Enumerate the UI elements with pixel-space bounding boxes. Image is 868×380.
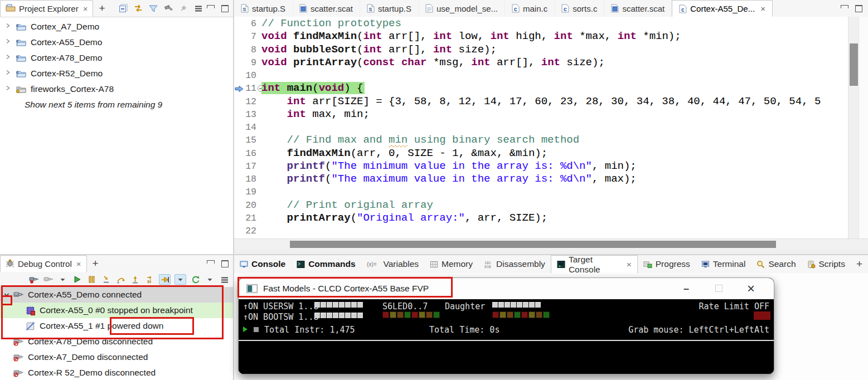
chevron-right-icon[interactable] <box>4 37 12 47</box>
search-icon <box>757 260 765 269</box>
code-line-22 <box>261 225 868 237</box>
close-icon[interactable]: × <box>83 4 88 13</box>
code-line-20: // Print original array <box>261 199 868 212</box>
svg-text:(x)=: (x)= <box>367 261 377 267</box>
debug-target-row[interactable]: Cortex-R 52_Demo disconnected <box>0 365 233 380</box>
chevron-right-icon[interactable] <box>4 53 12 63</box>
expander-down-icon[interactable] <box>3 291 10 298</box>
debug-target-row[interactable]: Cortex-A78_Demo disconnected <box>0 334 233 349</box>
maximize-view-icon[interactable] <box>221 260 229 267</box>
project-tree-item[interactable]: cCortex-A55_Demo <box>0 35 233 50</box>
debug-target-row[interactable]: Cortex-A55_1 #1 powered down <box>0 318 233 334</box>
svg-text:010: 010 <box>484 265 491 269</box>
code-line-14 <box>261 121 868 134</box>
line-number: 12 <box>234 95 256 108</box>
editor-vertical-scrollbar[interactable] <box>848 17 859 238</box>
daughter-switches[interactable] <box>492 302 541 308</box>
console-tab-search[interactable]: Search <box>751 255 801 273</box>
bootsw-label: ↑ON BOOTSW 1..8 <box>243 312 318 322</box>
editor-tab-startup-s[interactable]: Sstartup.S <box>360 0 419 17</box>
tab-project-explorer[interactable]: Project Explorer × <box>0 0 93 17</box>
step-instruction-icon[interactable]: si <box>144 275 155 284</box>
build-icon[interactable] <box>163 3 173 13</box>
editor-tab-use-model-se-[interactable]: use_model_se... <box>419 0 505 17</box>
chevron-right-icon[interactable] <box>4 22 12 32</box>
fvp-minimize-button[interactable]: – <box>678 283 695 295</box>
view-menu-icon[interactable] <box>193 3 203 13</box>
editor-tab-startup-s[interactable]: Sstartup.S <box>234 0 293 17</box>
close-icon[interactable]: × <box>760 4 765 13</box>
project-tree-item[interactable]: fireworks_Cortex-A78 <box>0 81 233 97</box>
pin-editor-icon[interactable] <box>178 3 188 13</box>
console-tab-memory[interactable]: Memory <box>424 255 478 273</box>
link-with-editor-icon[interactable] <box>133 3 143 13</box>
new-console-view-button[interactable]: + <box>851 255 868 273</box>
console-tab-terminal[interactable]: Terminal <box>696 255 751 273</box>
disconnect-target-icon[interactable] <box>43 275 54 284</box>
minimize-view-icon[interactable] <box>207 260 215 264</box>
show-more-items-link[interactable]: Show next 5 items from remaining 9 <box>0 97 233 113</box>
minimize-view-icon[interactable] <box>207 5 215 8</box>
target-disconnected-icon <box>13 368 23 377</box>
dropdown-icon[interactable] <box>57 275 68 284</box>
run-to-line-icon[interactable] <box>159 274 171 285</box>
debug-target-row[interactable]: Cortex-A55_Demo connected <box>0 287 233 303</box>
code-editor-surface[interactable]: 678910111213141516171819202122 // Functi… <box>234 17 868 238</box>
chevron-right-icon[interactable] <box>4 69 12 79</box>
editor-tab-scatter-scat[interactable]: scatter.scat <box>293 0 360 17</box>
svg-text:S: S <box>243 7 246 12</box>
scat-file-icon <box>299 4 307 13</box>
code-line-21: printArray("Original array:", arr, SIZE)… <box>261 212 868 225</box>
project-tree-item[interactable]: cCortex-R52_Demo <box>0 66 233 81</box>
c-file-icon: c <box>512 4 520 13</box>
chevron-right-icon[interactable] <box>4 84 12 94</box>
dropdown-icon[interactable] <box>174 274 186 285</box>
editor-tab-sorts-c[interactable]: csorts.c <box>555 0 604 17</box>
console-tab-disassembly[interactable]: 101010Disassembly <box>478 255 551 273</box>
collapse-all-icon[interactable] <box>118 3 128 13</box>
editor-splitter[interactable] <box>234 249 868 254</box>
interrupt-icon[interactable] <box>86 275 97 284</box>
debug-target-row[interactable]: Cortex-A55_0 #0 stopped on breakpoint <box>0 303 233 318</box>
step-out-icon[interactable] <box>130 275 140 284</box>
project-tree-item[interactable]: cCortex_A7_Demo <box>0 19 233 35</box>
console-area: ConsoleCommands(x)=VariablesMemory101010… <box>234 254 868 380</box>
console-tab-variables[interactable]: (x)=Variables <box>361 255 424 273</box>
dropdown-icon[interactable] <box>205 275 215 284</box>
maximize-view-icon[interactable] <box>221 5 229 12</box>
vscroll-thumb[interactable] <box>850 43 858 86</box>
minimize-editor-icon[interactable] <box>841 5 848 8</box>
console-tab-scripts[interactable]: Scripts <box>802 255 851 273</box>
project-tree-item[interactable]: cCortex-A78_Demo <box>0 50 233 66</box>
bootsw-switches[interactable] <box>314 313 363 318</box>
hscroll-thumb[interactable] <box>290 241 776 248</box>
fvp-titlebar[interactable]: Fast Models - CLCD Cortex-A55 Base FVP –… <box>239 278 774 300</box>
step-into-icon[interactable] <box>101 275 111 284</box>
continue-icon[interactable] <box>72 275 83 284</box>
editor-horizontal-scrollbar[interactable] <box>234 238 868 250</box>
fvp-maximize-button[interactable] <box>710 283 727 295</box>
close-icon[interactable]: × <box>627 260 632 270</box>
new-view-button[interactable]: + <box>93 0 110 17</box>
restart-icon[interactable] <box>190 275 201 284</box>
usersw-switches[interactable] <box>314 302 363 308</box>
view-menu-icon[interactable] <box>219 275 230 284</box>
step-over-icon[interactable] <box>115 275 126 284</box>
close-icon[interactable]: × <box>76 259 81 269</box>
tab-debug-control[interactable]: Debug Control × <box>0 255 87 272</box>
editor-tab-scatter-scat[interactable]: scatter.scat <box>604 0 672 17</box>
console-tab-target-console[interactable]: Target Console× <box>551 255 638 273</box>
new-view-button[interactable]: + <box>87 255 104 272</box>
console-tab-commands[interactable]: Commands <box>291 255 361 273</box>
maximize-editor-icon[interactable] <box>855 5 862 12</box>
console-tab-progress[interactable]: Progress <box>638 255 696 273</box>
connect-target-icon[interactable] <box>28 275 39 284</box>
debug-target-row[interactable]: Cortex-A7_Demo disconnected <box>0 349 233 365</box>
code-line-12: int arr[SIZE] = {3, 58, 8, 12, 14, 17, 6… <box>261 95 868 108</box>
console-tab-console[interactable]: Console <box>234 255 291 273</box>
editor-tab-main-c[interactable]: cmain.c <box>505 0 555 17</box>
total-time-label: Total Time: 0s <box>429 325 500 335</box>
editor-tab-cortex-a55-de-[interactable]: cCortex-A55_De...× <box>672 0 773 17</box>
filter-icon[interactable] <box>148 3 158 13</box>
fvp-close-button[interactable]: × <box>743 283 759 294</box>
